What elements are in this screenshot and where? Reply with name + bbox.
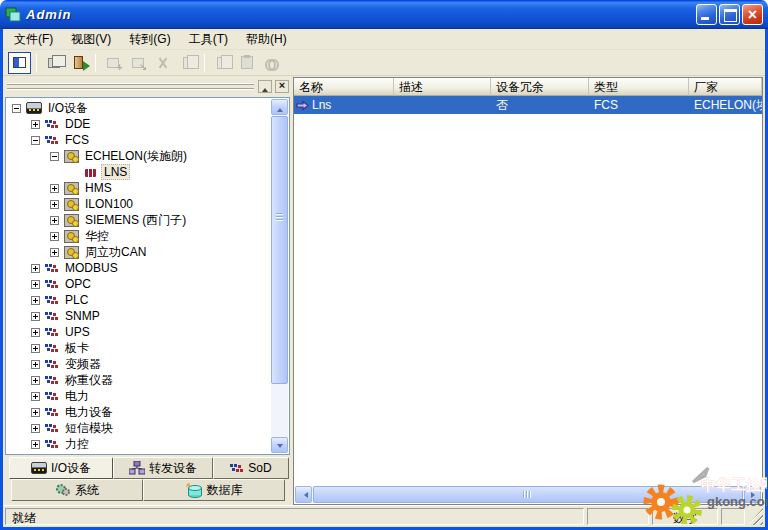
tree-item[interactable]: PLC [8, 292, 289, 308]
new-child-item-button [126, 52, 149, 74]
menu-file[interactable]: 文件(F) [5, 29, 62, 50]
tab-io-devices[interactable]: I/O设备 [9, 457, 113, 479]
tree-expander-plus-icon[interactable] [50, 184, 59, 193]
tree-expander-plus-icon[interactable] [31, 408, 40, 417]
tree-expander-plus-icon[interactable] [31, 312, 40, 321]
scrollbar-thumb[interactable] [313, 486, 743, 503]
close-button[interactable] [742, 4, 763, 25]
tree-expander-minus-icon[interactable] [31, 136, 40, 145]
new-child-item-icon [132, 58, 144, 68]
new-item-icon [107, 58, 119, 68]
driver-dots-icon [45, 375, 59, 386]
tree-expander-plus-icon[interactable] [50, 248, 59, 257]
scroll-left-arrow-icon[interactable] [295, 486, 312, 503]
panel-close-button[interactable] [275, 80, 289, 93]
tree-expander-plus-icon[interactable] [31, 264, 40, 273]
tree-item[interactable]: 电力 [8, 388, 289, 404]
tree-expander-plus-icon[interactable] [31, 392, 40, 401]
tree-expander-plus-icon[interactable] [50, 200, 59, 209]
exit-door-icon [74, 56, 83, 69]
tree-expander-plus-icon[interactable] [31, 440, 40, 449]
tab-sod[interactable]: SoD [213, 457, 289, 479]
panel-grip-header[interactable] [5, 79, 290, 95]
menu-help[interactable]: 帮助(H) [237, 29, 296, 50]
tree-item[interactable]: OPC [8, 276, 289, 292]
toggle-sidebar-button[interactable] [8, 52, 31, 74]
driver-dots-icon [45, 311, 59, 322]
driver-dots-icon [45, 407, 59, 418]
column-header-description[interactable]: 描述 [394, 78, 491, 96]
tree-expander-minus-icon[interactable] [12, 104, 21, 113]
tab-database[interactable]: 数据库 [143, 479, 285, 501]
menu-bar: 文件(F) 视图(V) 转到(G) 工具(T) 帮助(H) [3, 29, 765, 50]
tree-item[interactable]: 周立功CAN [8, 244, 289, 260]
tree-item[interactable]: SNMP [8, 308, 289, 324]
menu-goto[interactable]: 转到(G) [120, 29, 179, 50]
tree-expander-plus-icon[interactable] [31, 344, 40, 353]
tree-item[interactable]: DDE [8, 116, 289, 132]
tree-item[interactable]: ILON100 [8, 196, 289, 212]
driver-dots-icon [45, 423, 59, 434]
driver-dots-icon [45, 295, 59, 306]
exit-button[interactable] [67, 52, 90, 74]
toolbar-separator [36, 54, 37, 72]
minimize-button[interactable] [696, 4, 717, 25]
tree-item[interactable]: HMS [8, 180, 289, 196]
copy-button [210, 52, 233, 74]
system-gears-icon [55, 483, 71, 497]
column-header-redundancy[interactable]: 设备冗余 [491, 78, 589, 96]
tree-expander-plus-icon[interactable] [50, 232, 59, 241]
tree-expander-plus-icon[interactable] [50, 216, 59, 225]
tree-item[interactable]: 变频器 [8, 356, 289, 372]
list-horizontal-scrollbar[interactable] [295, 486, 761, 503]
tree-item[interactable]: 电力设备 [8, 404, 289, 420]
tree-expander-plus-icon[interactable] [31, 280, 40, 289]
cascade-windows-button[interactable] [42, 52, 65, 74]
tree-item[interactable]: I/O设备 [8, 100, 289, 116]
column-header-vendor[interactable]: 厂家 [689, 78, 762, 96]
maximize-button[interactable] [719, 4, 740, 25]
tree-item[interactable]: UPS [8, 324, 289, 340]
tab-forward-devices[interactable]: 转发设备 [113, 457, 213, 479]
tree-item[interactable]: 华控 [8, 228, 289, 244]
panel-expand-button[interactable] [258, 80, 272, 93]
menu-view[interactable]: 视图(V) [62, 29, 120, 50]
scroll-up-arrow-icon[interactable] [271, 99, 288, 115]
scroll-down-arrow-icon[interactable] [271, 437, 288, 453]
tree-expander-plus-icon[interactable] [31, 120, 40, 129]
tree-expander-plus-icon[interactable] [31, 376, 40, 385]
scroll-right-arrow-icon[interactable] [744, 486, 761, 503]
tree-expander-plus-icon[interactable] [31, 360, 40, 369]
menu-tools[interactable]: 工具(T) [180, 29, 237, 50]
tree-item[interactable]: 力控 [8, 436, 289, 452]
table-row-selected[interactable]: Lns 否 FCS ECHELON(埃施朗) [294, 96, 762, 114]
tree-item[interactable]: SIEMENS (西门子) [8, 212, 289, 228]
cut-button [151, 52, 174, 74]
column-header-type[interactable]: 类型 [589, 78, 689, 96]
driver-gear-icon [64, 246, 79, 259]
tree-item[interactable]: LNS [8, 164, 289, 180]
tree-item[interactable]: MODBUS [8, 260, 289, 276]
scrollbar-track[interactable] [271, 385, 288, 437]
tree-item[interactable]: 短信模块 [8, 420, 289, 436]
scrollbar-thumb[interactable] [271, 116, 288, 384]
tree-expander-minus-icon[interactable] [50, 152, 59, 161]
panel-gripper[interactable] [7, 83, 254, 90]
tree-expander-plus-icon[interactable] [31, 296, 40, 305]
tree-item[interactable]: 称重仪器 [8, 372, 289, 388]
column-header-name[interactable]: 名称 [294, 78, 394, 96]
driver-dots-icon [45, 343, 59, 354]
tree-item[interactable]: FCS [8, 132, 289, 148]
panel-tabs: I/O设备 转发设备 SoD [5, 457, 290, 503]
tab-system[interactable]: 系统 [11, 479, 143, 501]
tree-expander-plus-icon[interactable] [31, 424, 40, 433]
tree-vertical-scrollbar[interactable] [271, 99, 288, 453]
cut-icon [157, 57, 169, 69]
resize-grip[interactable] [748, 508, 763, 525]
cell-name: Lns [294, 97, 394, 113]
tree-item[interactable]: ECHELON(埃施朗) [8, 148, 289, 164]
tree-expander-plus-icon[interactable] [31, 328, 40, 337]
driver-dots-icon [45, 119, 59, 130]
row-pointer-arrow-icon [296, 100, 309, 111]
tree-item[interactable]: 板卡 [8, 340, 289, 356]
